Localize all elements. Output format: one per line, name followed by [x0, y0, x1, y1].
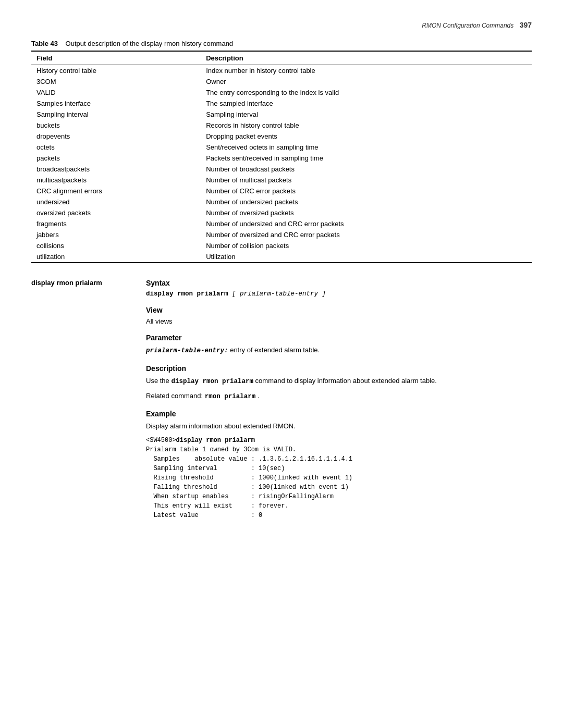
- col-header-field: Field: [31, 51, 201, 65]
- code-block: <SW4500>display rmon prialarmPrialarm ta…: [146, 436, 532, 520]
- col-header-description: Description: [201, 51, 532, 65]
- view-text: All views: [146, 317, 532, 325]
- description-paragraph: Use the display rmon prialarm command to…: [146, 376, 532, 387]
- page-header: RMON Configuration Commands 397: [31, 21, 532, 29]
- code-line: Falling threshold : 100(linked with even…: [146, 483, 532, 492]
- field-cell: dropevents: [31, 131, 201, 142]
- parameter-name: prialarm-table-entry:: [146, 347, 228, 354]
- description-cell: The entry corresponding to the index is …: [201, 87, 532, 98]
- description-cell: Number of oversized packets: [201, 207, 532, 218]
- parameter-desc-text: entry of extended alarm table.: [230, 346, 320, 354]
- table-row: 3COMOwner: [31, 76, 532, 87]
- table-row: bucketsRecords in history control table: [31, 120, 532, 131]
- table-row: broadcastpacketsNumber of broadcast pack…: [31, 164, 532, 175]
- related-period: .: [258, 392, 260, 400]
- field-cell: buckets: [31, 120, 201, 131]
- field-cell: VALID: [31, 87, 201, 98]
- example-section: Example Display alarm information about …: [146, 410, 532, 520]
- related-cmd-text: rmon prialarm: [205, 393, 256, 400]
- description-cell: Index number in history control table: [201, 65, 532, 77]
- example-title: Example: [146, 410, 532, 418]
- field-cell: Sampling interval: [31, 109, 201, 120]
- code-line: Sampling interval : 10(sec): [146, 464, 532, 473]
- view-section: View All views: [146, 306, 532, 325]
- syntax-title: Syntax: [146, 279, 532, 287]
- desc-text1: Use the: [146, 377, 171, 385]
- parameter-section: Parameter prialarm-table-entry: entry of…: [146, 334, 532, 356]
- desc-text2: command to display information about ext…: [255, 377, 437, 385]
- field-cell: 3COM: [31, 76, 201, 87]
- command-section: display rmon prialarm Syntax display rmo…: [31, 279, 532, 528]
- code-line: Rising threshold : 1000(linked with even…: [146, 473, 532, 483]
- field-cell: jabbers: [31, 229, 201, 240]
- table-caption-desc: Output description of the display rmon h…: [66, 40, 234, 47]
- table-row: Sampling intervalSampling interval: [31, 109, 532, 120]
- syntax-section: Syntax display rmon prialarm [ prialarm-…: [146, 279, 532, 298]
- description-title: Description: [146, 364, 532, 373]
- table-caption-text: [60, 40, 64, 47]
- code-line: Samples absolute value : .1.3.6.1.2.1.16…: [146, 454, 532, 464]
- description-cell: Utilization: [201, 251, 532, 263]
- header-title: RMON Configuration Commands: [422, 22, 513, 29]
- field-cell: utilization: [31, 251, 201, 263]
- code-line: When startup enables : risingOrFallingAl…: [146, 492, 532, 501]
- description-cell: Sampling interval: [201, 109, 532, 120]
- field-cell: collisions: [31, 240, 201, 251]
- related-command: Related command: rmon prialarm .: [146, 391, 532, 402]
- table-row: oversized packetsNumber of oversized pac…: [31, 207, 532, 218]
- parameter-desc: prialarm-table-entry: entry of extended …: [146, 345, 532, 356]
- table-header-row: Field Description: [31, 51, 532, 65]
- description-cell: Number of undersized and CRC error packe…: [201, 218, 532, 229]
- field-cell: fragments: [31, 218, 201, 229]
- table-row: dropeventsDropping packet events: [31, 131, 532, 142]
- table-row: octetsSent/received octets in sampling t…: [31, 142, 532, 153]
- description-section: Description Use the display rmon prialar…: [146, 364, 532, 402]
- table-row: CRC alignment errorsNumber of CRC error …: [31, 186, 532, 196]
- table-row: VALIDThe entry corresponding to the inde…: [31, 87, 532, 98]
- table-row: History control tableIndex number in his…: [31, 65, 532, 77]
- code-line: <SW4500>display rmon prialarm: [146, 436, 532, 445]
- table-row: collisionsNumber of collision packets: [31, 240, 532, 251]
- example-desc: Display alarm information about extended…: [146, 421, 532, 431]
- description-cell: Number of undersized packets: [201, 196, 532, 207]
- output-description-table: Field Description History control tableI…: [31, 51, 532, 263]
- command-name-label: display rmon prialarm: [31, 279, 146, 528]
- description-cell: Packets sent/received in sampling time: [201, 153, 532, 164]
- table-row: utilizationUtilization: [31, 251, 532, 263]
- description-cell: Owner: [201, 76, 532, 87]
- table-row: undersizedNumber of undersized packets: [31, 196, 532, 207]
- description-cell: Number of collision packets: [201, 240, 532, 251]
- related-text: Related command:: [146, 392, 205, 400]
- table-row: jabbersNumber of oversized and CRC error…: [31, 229, 532, 240]
- view-title: View: [146, 306, 532, 314]
- table-row: multicastpacketsNumber of multicast pack…: [31, 175, 532, 186]
- field-cell: CRC alignment errors: [31, 186, 201, 196]
- description-cell: Number of CRC error packets: [201, 186, 532, 196]
- table-row: packetsPackets sent/received in sampling…: [31, 153, 532, 164]
- syntax-italic: [ prialarm-table-entry ]: [232, 290, 326, 298]
- syntax-line: display rmon prialarm [ prialarm-table-e…: [146, 290, 532, 298]
- table-row: Samples interfaceThe sampled interface: [31, 98, 532, 109]
- field-cell: Samples interface: [31, 98, 201, 109]
- code-prompt: <SW4500>: [146, 437, 176, 444]
- description-cell: Records in history control table: [201, 120, 532, 131]
- code-line: This entry will exist : forever.: [146, 501, 532, 511]
- desc-cmd: display rmon prialarm: [171, 378, 253, 385]
- syntax-bold: display rmon prialarm: [146, 290, 232, 298]
- field-cell: packets: [31, 153, 201, 164]
- field-cell: History control table: [31, 65, 201, 77]
- description-cell: Dropping packet events: [201, 131, 532, 142]
- command-content: Syntax display rmon prialarm [ prialarm-…: [146, 279, 532, 528]
- description-cell: Number of oversized and CRC error packet…: [201, 229, 532, 240]
- code-line: Prialarm table 1 owned by 3Com is VALID.: [146, 445, 532, 454]
- page-number: 397: [520, 21, 532, 29]
- description-cell: Number of broadcast packets: [201, 164, 532, 175]
- table-caption: Table 43 Output description of the displ…: [31, 40, 532, 47]
- field-cell: octets: [31, 142, 201, 153]
- page: RMON Configuration Commands 397 Table 43…: [0, 0, 563, 728]
- field-cell: multicastpackets: [31, 175, 201, 186]
- table-row: fragmentsNumber of undersized and CRC er…: [31, 218, 532, 229]
- code-line: Latest value : 0: [146, 511, 532, 520]
- description-cell: Number of multicast packets: [201, 175, 532, 186]
- parameter-title: Parameter: [146, 334, 532, 342]
